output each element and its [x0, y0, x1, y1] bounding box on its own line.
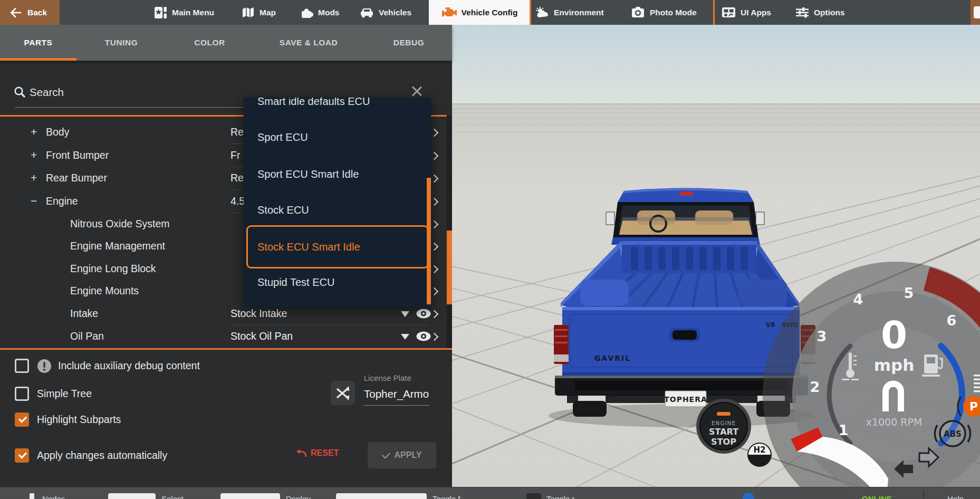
checkbox-apply-automatically[interactable] — [15, 448, 29, 463]
close-icon[interactable] — [411, 85, 422, 97]
dropdown-option[interactable]: Stock ECU — [244, 199, 431, 221]
svg-text:ENGINE: ENGINE — [712, 420, 736, 426]
dropdown-caret[interactable] — [401, 311, 409, 317]
eye-icon[interactable] — [416, 331, 431, 342]
dropdown-option[interactable]: Stupid Test ECU — [244, 271, 431, 293]
svg-text:6: 6 — [947, 312, 957, 329]
dropdown-option[interactable]: Sport ECU Smart Idle — [244, 163, 431, 185]
menu-item-main-menu[interactable]: Main Menu — [154, 0, 214, 25]
menu-item-photo-mode[interactable]: Photo Mode — [631, 0, 697, 25]
part-value[interactable]: Re — [230, 172, 244, 184]
expander-icon[interactable]: + — [31, 126, 42, 138]
search-icon — [14, 86, 26, 99]
car-icon — [360, 7, 374, 18]
svg-text:P: P — [969, 400, 978, 413]
tab-tuning[interactable]: TUNING — [87, 25, 156, 61]
part-value[interactable]: 4.5 — [230, 195, 245, 207]
part-value[interactable]: Re — [230, 126, 244, 138]
hint-icon — [30, 493, 34, 499]
svg-text:4: 4 — [853, 291, 863, 308]
apply-button[interactable]: APPLY — [368, 442, 436, 468]
menu-item-vehicle-config[interactable]: Vehicle Config — [429, 0, 531, 25]
menu-item-map[interactable]: Map — [242, 0, 276, 25]
ui-apps-icon — [722, 6, 736, 18]
checkbox-include-aux-debug[interactable] — [15, 359, 29, 373]
right-mirror — [756, 212, 764, 225]
back-arrow-icon — [8, 7, 22, 18]
engine-icon — [442, 6, 457, 19]
third-brake-light — [679, 191, 693, 196]
back-label: Back — [27, 8, 47, 17]
ecu-dropdown-menu: Smart idle defaults ECU Sport ECU Sport … — [244, 98, 431, 307]
rpm-scale-label: x1000 RPM — [866, 416, 923, 428]
svg-text:ABS: ABS — [944, 429, 962, 439]
engine-badge: V8 — [766, 321, 775, 329]
left-wheel-arch — [580, 280, 629, 306]
top-menu-bar: Back Main Menu Map — [0, 0, 980, 25]
part-select-oil-pan[interactable]: Stock Oil Pan — [230, 330, 293, 342]
undo-icon — [295, 449, 307, 458]
menu-item-options[interactable]: Options — [795, 0, 845, 25]
svg-text:3: 3 — [817, 328, 827, 344]
expander-icon[interactable]: + — [31, 149, 42, 161]
sky — [452, 25, 980, 104]
selected-option-outline — [246, 225, 429, 268]
online-status: ONLINE — [862, 494, 892, 499]
tab-debug[interactable]: DEBUG — [374, 25, 443, 61]
panel-scrollbar-thumb[interactable] — [447, 231, 452, 304]
part-value[interactable]: Fr — [230, 149, 240, 161]
license-plate-label: License Plate — [364, 373, 411, 382]
eye-icon[interactable] — [416, 308, 431, 319]
h2-badge: H2 — [747, 443, 772, 467]
reset-button[interactable]: RESET — [295, 448, 339, 458]
edge-button-partial[interactable] — [971, 0, 980, 25]
shuffle-icon — [331, 381, 355, 405]
active-tab-underline — [0, 58, 76, 61]
beamng-vehicle-config-screen: GAVRIL V8 4WD — [0, 0, 980, 499]
online-status-icon — [743, 493, 754, 499]
brand-badge: GAVRIL — [594, 354, 631, 362]
speed-value: 0 — [881, 313, 907, 357]
dropdown-option[interactable]: Smart idle defaults ECU — [244, 98, 431, 112]
expander-icon[interactable]: + — [31, 171, 42, 184]
weather-icon — [535, 6, 549, 19]
start-button-indicator — [717, 412, 731, 416]
svg-text:2: 2 — [810, 379, 820, 395]
dropdown-option[interactable]: Sport ECU — [244, 126, 431, 148]
svg-text:H2: H2 — [754, 445, 766, 455]
tab-parts[interactable]: PARTS — [5, 25, 71, 61]
menu-item-environment[interactable]: Environment — [535, 0, 604, 25]
menu-item-vehicles[interactable]: Vehicles — [360, 0, 411, 25]
tab-color[interactable]: COLOR — [177, 25, 243, 61]
bottom-hint-bar: Nodes Select Deploy Toggle f Toggle r ON… — [0, 487, 980, 499]
keycap — [220, 493, 280, 499]
right-wheel-arch — [738, 280, 787, 306]
back-button[interactable]: Back — [0, 0, 60, 25]
expander-icon[interactable]: − — [31, 195, 42, 207]
help-link[interactable]: Help — [947, 494, 964, 499]
checkbox-highlight-subparts[interactable] — [15, 412, 29, 427]
checkbox-simple-tree[interactable] — [15, 387, 29, 401]
map-icon — [242, 6, 255, 18]
menu-item-mods[interactable]: Mods — [300, 0, 339, 25]
section-divider — [0, 348, 452, 350]
dropdown-scrollbar-thumb[interactable] — [427, 178, 431, 304]
row-divider — [230, 325, 428, 325]
tree-row-oil-pan[interactable]: Oil Pan Stock Oil Pan — [0, 325, 452, 348]
camera-icon — [631, 6, 645, 18]
left-tire — [573, 401, 607, 417]
dropdown-caret[interactable] — [401, 334, 409, 340]
sliders-icon — [795, 6, 809, 18]
randomize-plate-button[interactable] — [331, 381, 355, 405]
puzzle-icon — [300, 6, 313, 19]
part-select-intake[interactable]: Stock Intake — [230, 308, 287, 320]
license-plate-input[interactable]: Topher_Armo — [364, 388, 429, 400]
menu-item-ui-apps[interactable]: UI Apps — [722, 0, 771, 25]
license-plate-underline — [364, 405, 429, 406]
tailgate-handle — [672, 330, 697, 340]
engine-start-stop-button[interactable]: ENGINE START STOP — [696, 399, 751, 454]
svg-text:START: START — [709, 427, 738, 437]
tab-save-load[interactable]: SAVE & LOAD — [266, 25, 351, 61]
search-input[interactable]: Search — [30, 86, 64, 99]
menu-separator — [530, 0, 531, 25]
